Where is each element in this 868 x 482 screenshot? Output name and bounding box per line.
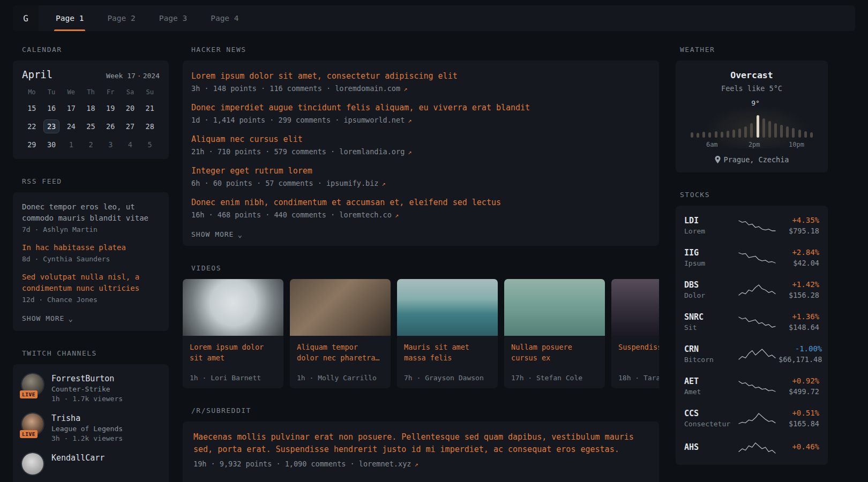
video-title-link[interactable]: Nullam posuere cursus ex <box>511 342 598 363</box>
stock-change: +1.36% <box>779 312 819 321</box>
external-link-icon: ↗ <box>395 212 399 219</box>
rss-item-title-link[interactable]: In hac habitasse platea <box>22 242 160 253</box>
calendar-dow: Th <box>81 88 101 97</box>
stock-values: +4.35% $795.18 <box>779 216 819 235</box>
weather-bar <box>780 125 783 138</box>
stock-row[interactable]: CCS Consectetur +0.51% $165.84 <box>684 402 819 434</box>
weather-section-title: WEATHER <box>680 46 828 54</box>
stock-identity: IIG Ipsum <box>684 248 736 267</box>
stock-symbol: CRN <box>684 344 736 354</box>
tab-page-4[interactable]: Page 4 <box>199 5 250 31</box>
calendar-week-year: Week 17·2024 <box>106 72 160 80</box>
twitch-channel-info: KendallCarr <box>51 453 104 463</box>
stock-values: +2.84% $42.04 <box>779 248 819 267</box>
hn-show-more-button[interactable]: SHOW MORE ⌄ <box>191 230 243 238</box>
stock-row[interactable]: SNRC Sit +1.36% $148.64 <box>684 306 819 338</box>
twitch-channel-row[interactable]: LIVE Trisha League of Legends 3h · 1.2k … <box>22 413 160 442</box>
stock-change: +0.51% <box>779 409 819 417</box>
stock-row[interactable]: AET Amet +0.92% $499.72 <box>684 370 819 402</box>
weather-bar <box>738 129 741 138</box>
twitch-channel-row[interactable]: KendallCarr <box>22 453 160 475</box>
video-card[interactable]: Suspendisse diam 18h · Tara <box>611 279 659 388</box>
calendar-dow: We <box>61 88 81 97</box>
stock-row[interactable]: DBS Dolor +1.42% $156.28 <box>684 274 819 306</box>
calendar-day-next-month: 3 <box>101 138 121 152</box>
stock-price: $66,171.48 <box>779 355 822 364</box>
external-link-icon: ↗ <box>382 180 386 187</box>
stock-symbol: DBS <box>684 280 736 290</box>
stock-change: +0.92% <box>779 376 819 385</box>
stock-sparkline <box>736 219 779 232</box>
weather-bar <box>744 126 747 138</box>
stock-name: Sit <box>684 323 736 332</box>
news-meta: 1d · 1,414 points · 299 comments · ipsum… <box>191 116 650 124</box>
weather-temperature-chart: 9° 6am 2pm 10pm <box>690 99 814 148</box>
news-title-link[interactable]: Donec enim nibh, condimentum et accumsan… <box>191 197 650 208</box>
news-title-link[interactable]: Aliquam nec cursus elit <box>191 133 650 145</box>
rss-item-title-link[interactable]: Sed volutpat nulla nisl, a condimentum n… <box>22 272 160 294</box>
weather-bars <box>691 112 813 138</box>
video-thumbnail <box>504 279 605 336</box>
external-link-icon: ↗ <box>408 117 411 124</box>
news-meta-text: 16h · 468 points · 440 comments · loremt… <box>191 210 392 219</box>
subreddit-section-title: /R/SUBREDDIT <box>191 406 659 415</box>
rss-item: Donec tempor eros leo, ut commodo mauris… <box>22 201 160 234</box>
calendar-day: 21 <box>140 101 160 115</box>
calendar-day: 28 <box>140 119 160 133</box>
news-title-link[interactable]: Lorem ipsum dolor sit amet, consectetur … <box>191 70 650 82</box>
calendar-day-next-month: 4 <box>121 138 140 152</box>
tab-page-3[interactable]: Page 3 <box>147 5 199 31</box>
rss-item-meta: 8d · Cynthia Saunders <box>22 255 160 263</box>
video-card-body: Mauris sit amet massa felis 7h · Grayson… <box>397 336 498 388</box>
rss-item: In hac habitasse platea 8d · Cynthia Sau… <box>22 242 160 263</box>
video-card[interactable]: Nullam posuere cursus ex 17h · Stefan Co… <box>504 279 605 388</box>
calendar-day: 22 <box>22 119 42 133</box>
twitch-channel-game: League of Legends <box>51 425 123 433</box>
video-title-link[interactable]: Suspendisse diam <box>618 342 659 352</box>
calendar-section-title: CALENDAR <box>22 46 169 54</box>
video-card[interactable]: Mauris sit amet massa felis 7h · Grayson… <box>397 279 498 388</box>
video-title-link[interactable]: Aliquam tempor dolor nec pharetra… <box>297 342 384 363</box>
news-title-link[interactable]: Integer eget rutrum lorem <box>191 165 650 177</box>
calendar-widget: CALENDAR April Week 17·2024 Mo Tu We Th … <box>13 46 169 159</box>
calendar-grid: Mo Tu We Th Fr Sa Su 15 16 17 18 19 20 2… <box>22 88 160 152</box>
stock-row[interactable]: AHS +0.46% <box>684 434 819 461</box>
stock-values: +1.42% $156.28 <box>779 280 819 299</box>
video-title-link[interactable]: Mauris sit amet massa felis <box>404 342 491 363</box>
weather-time-label: 10pm <box>789 141 804 148</box>
show-more-label: SHOW MORE <box>191 230 234 238</box>
video-title-link[interactable]: Lorem ipsum dolor sit amet consectetu… <box>190 342 276 363</box>
rss-item-meta: 7d · Ashlyn Martin <box>22 225 160 234</box>
tab-page-2[interactable]: Page 2 <box>95 5 147 31</box>
subreddit-meta-text: 19h · 9,932 points · 1,090 comments · lo… <box>193 460 411 468</box>
main-content: CALENDAR April Week 17·2024 Mo Tu We Th … <box>0 46 868 482</box>
stock-name: Amet <box>684 388 736 396</box>
video-meta: 7h · Grayson Dawson <box>404 370 491 382</box>
right-column: WEATHER Overcast Feels like 5°C 9° 6am 2… <box>676 46 828 482</box>
video-card[interactable]: Lorem ipsum dolor sit amet consectetu… 1… <box>183 279 283 388</box>
twitch-channel-name: Trisha <box>51 413 123 423</box>
middle-column: HACKER NEWS Lorem ipsum dolor sit amet, … <box>183 46 659 482</box>
app-logo[interactable]: G <box>13 5 39 31</box>
tab-page-1[interactable]: Page 1 <box>44 5 95 31</box>
news-item: Integer eget rutrum lorem 6h · 60 points… <box>191 165 650 187</box>
calendar-day-selected: 23 <box>42 119 62 133</box>
twitch-channel-row[interactable]: LIVE ForrestBurton Counter-Strike 1h · 1… <box>22 374 160 403</box>
subreddit-post-title-link[interactable]: Maecenas mollis pulvinar erat non posuer… <box>193 431 648 456</box>
rss-item-title-link[interactable]: Donec tempor eros leo, ut commodo mauris… <box>22 201 160 224</box>
news-meta-text: 21h · 710 points · 579 comments · loreml… <box>191 147 405 156</box>
calendar-day: 19 <box>101 101 121 115</box>
calendar-day: 26 <box>101 119 121 133</box>
stocks-widget: STOCKS LDI Lorem +4.35% $795.18 <box>676 191 828 465</box>
stock-row[interactable]: IIG Ipsum +2.84% $42.04 <box>684 242 819 274</box>
weather-feels-like: Feels like 5°C <box>684 84 819 93</box>
rss-show-more-button[interactable]: SHOW MORE ⌄ <box>22 314 73 322</box>
subreddit-widget: /R/SUBREDDIT Maecenas mollis pulvinar er… <box>183 406 659 482</box>
video-card[interactable]: Aliquam tempor dolor nec pharetra… 1h · … <box>290 279 391 388</box>
calendar-day: 20 <box>121 101 140 115</box>
weather-bar <box>786 126 789 138</box>
news-title-link[interactable]: Donec imperdiet augue tincidunt felis al… <box>191 102 650 114</box>
stock-row[interactable]: CRN Bitcorn -1.00% $66,171.48 <box>684 338 819 370</box>
stock-row[interactable]: LDI Lorem +4.35% $795.18 <box>684 209 819 242</box>
stock-price: $148.64 <box>779 323 819 332</box>
